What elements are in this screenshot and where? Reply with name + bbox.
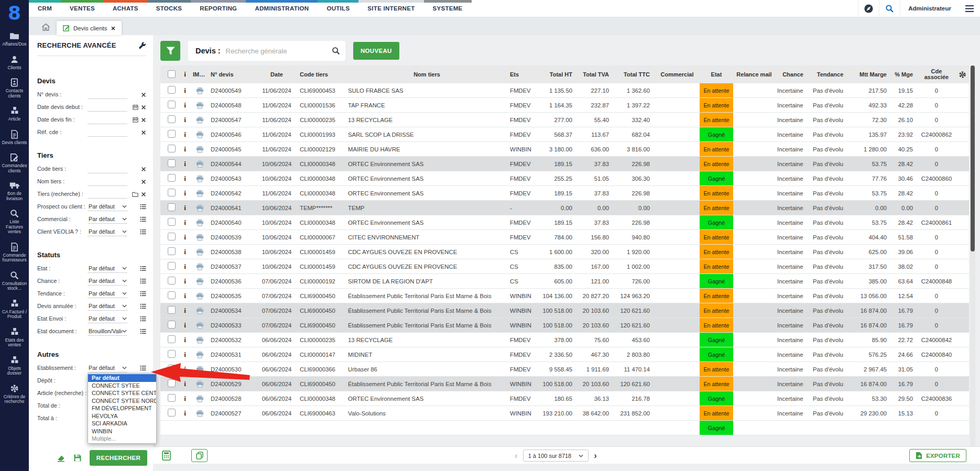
clear-icon[interactable] [141, 92, 146, 97]
sidebar-item-commandes-clients[interactable]: Commandes clients [0, 149, 29, 177]
list-icon[interactable] [140, 216, 146, 222]
info-icon[interactable]: i [181, 380, 189, 388]
sidebar-item-consultation-stock[interactable]: Consultation stock... [0, 267, 29, 295]
row-checkbox[interactable] [168, 86, 176, 94]
row-checkbox[interactable] [168, 291, 176, 299]
sidebar-item-ca-factur-produit[interactable]: CA Facturé / Produit [0, 295, 29, 323]
printer-icon[interactable] [191, 278, 209, 285]
calculator-icon[interactable] [162, 451, 171, 461]
quote-number[interactable]: D24000543 [209, 176, 256, 182]
printer-icon[interactable] [191, 248, 209, 256]
info-icon[interactable]: i [181, 189, 189, 198]
col-date[interactable]: Date [256, 71, 298, 78]
quote-number[interactable]: D24000535 [209, 293, 256, 299]
table-row-D24000542[interactable]: iD2400054211/06/2024CLI00000348ORTEC Env… [160, 186, 969, 201]
row-checkbox[interactable] [168, 409, 176, 417]
calendar-icon[interactable] [133, 104, 138, 110]
quote-number[interactable]: D24000534 [209, 308, 256, 314]
sidebar-item-commande-fournisseurs[interactable]: Commande fournisseurs [0, 238, 29, 267]
row-checkbox[interactable] [168, 277, 176, 284]
establishment-option-winbin[interactable]: WINBIN [88, 428, 156, 435]
quote-number[interactable]: D24000529 [209, 381, 256, 387]
printer-icon[interactable] [191, 146, 209, 153]
home-icon[interactable] [41, 23, 50, 31]
printer-icon[interactable] [191, 351, 209, 358]
row-checkbox[interactable] [168, 321, 176, 328]
col-ets[interactable]: Ets [508, 71, 536, 78]
quote-number[interactable]: D24000537 [209, 264, 256, 270]
vertical-scrollbar[interactable] [970, 65, 975, 446]
col-code[interactable]: Code tiers [298, 71, 346, 78]
table-row-D24000537[interactable]: iD2400053710/06/2024CLI00001459CDC AYGUE… [160, 259, 969, 274]
row-checkbox[interactable] [168, 159, 176, 167]
list-icon[interactable] [140, 316, 146, 322]
scrollbar-thumb[interactable] [971, 65, 975, 251]
printer-icon[interactable] [191, 366, 209, 373]
sidebar-item-article[interactable]: Article [0, 102, 29, 126]
sidebar-item-etats-des-ventes[interactable]: Etats des ventes [0, 323, 29, 352]
list-icon[interactable] [140, 303, 146, 309]
prev-page-icon[interactable]: ‹ [515, 450, 518, 462]
devis-annul-e-select[interactable]: Par défaut [88, 302, 127, 311]
col-mge[interactable]: % Mge [891, 71, 918, 78]
list-icon[interactable] [140, 328, 146, 334]
n-devis-input[interactable] [88, 90, 127, 99]
folder-icon[interactable] [132, 192, 138, 197]
date-devis-fin-input[interactable] [88, 115, 127, 124]
table-row-D24000530[interactable]: iD2400053006/06/2024CLI69000366Urbaser 8… [160, 362, 969, 377]
quote-number[interactable]: D24000544 [209, 161, 256, 167]
row-checkbox[interactable] [168, 218, 176, 226]
quote-number[interactable]: D24000545 [209, 146, 256, 152]
hamburger-menu-icon[interactable] [959, 0, 980, 17]
row-checkbox[interactable] [168, 203, 176, 211]
sidebar-item-clients[interactable]: Clients [0, 51, 29, 74]
quote-number[interactable]: D24000531 [209, 352, 256, 358]
compass-icon[interactable] [858, 0, 879, 17]
filter-funnel-button[interactable] [160, 41, 180, 61]
column-settings-gear-icon[interactable] [955, 71, 969, 79]
col-num[interactable]: N° devis [209, 71, 256, 78]
col-marge[interactable]: Mtt Marge [850, 71, 891, 78]
quote-number[interactable]: D24000533 [209, 322, 256, 328]
col-chance[interactable]: Chance [775, 71, 811, 78]
row-checkbox[interactable] [168, 130, 176, 138]
col-etat[interactable]: Etat [700, 71, 733, 78]
etat-envoi-select[interactable]: Par défaut [88, 314, 127, 323]
sidebar-item-liste-factures-ventes[interactable]: Liste Factures ventes [0, 205, 29, 238]
printer-icon[interactable] [191, 175, 209, 182]
table-row-D24000544[interactable]: iD2400054410/06/2024CLI00000348ORTEC Env… [160, 157, 969, 171]
table-row-D24000531[interactable]: iD2400053106/06/2024CLI00000147MIDINETFM… [160, 347, 969, 362]
printer-icon[interactable] [191, 219, 209, 226]
col-tva[interactable]: Total TVA [577, 71, 614, 78]
establishment-option-connect-sytee-centre[interactable]: CONNECT SYTEE CENTRE [88, 389, 156, 397]
quote-number[interactable]: D24000541 [209, 205, 256, 211]
printer-icon[interactable] [191, 410, 209, 417]
row-checkbox[interactable] [168, 145, 176, 152]
quote-number[interactable]: D24000547 [209, 117, 256, 123]
row-checkbox[interactable] [168, 394, 176, 402]
info-icon[interactable]: i [181, 350, 189, 359]
info-icon[interactable]: i [181, 306, 189, 315]
sidebar-item-objets-dossier[interactable]: Objets dossier [0, 352, 29, 380]
establishment-option-connect-sytee-nord-idf[interactable]: CONNECT SYTEE NORD IDF [88, 397, 156, 405]
menu-item-site-internet[interactable]: SITE INTERNET [358, 0, 423, 17]
table-row-D24000548[interactable]: iD2400054811/06/2024CLI00001536TAP FRANC… [160, 98, 969, 113]
menu-item-administration[interactable]: ADMINISTRATION [246, 0, 318, 17]
col-cde[interactable]: Cdeassociée [918, 69, 955, 80]
info-icon[interactable]: i [181, 116, 189, 124]
printer-icon[interactable] [191, 190, 209, 197]
printer-icon[interactable] [191, 322, 209, 329]
table-row-D24000545[interactable]: iD2400054511/06/2024CLI00002129MAIRIE DU… [160, 142, 969, 157]
table-row-D24000536[interactable]: iD2400053607/06/2024CLI00000192SIRTOM DE… [160, 274, 969, 289]
table-row-D24000529[interactable]: iD2400052906/06/2024CLI69000450Établisse… [160, 377, 969, 391]
info-icon[interactable]: i [181, 233, 189, 242]
search-submit-icon[interactable] [332, 47, 340, 55]
quote-number[interactable]: D24000539 [209, 234, 256, 240]
printer-icon[interactable] [191, 160, 209, 168]
quote-number[interactable]: D24000528 [209, 396, 256, 402]
col-name[interactable]: Nom tiers [346, 71, 508, 78]
quote-number[interactable]: D24000538 [209, 249, 256, 255]
quote-number[interactable]: D24000549 [209, 87, 256, 94]
info-icon[interactable]: i [181, 145, 189, 154]
row-checkbox[interactable] [168, 174, 176, 182]
